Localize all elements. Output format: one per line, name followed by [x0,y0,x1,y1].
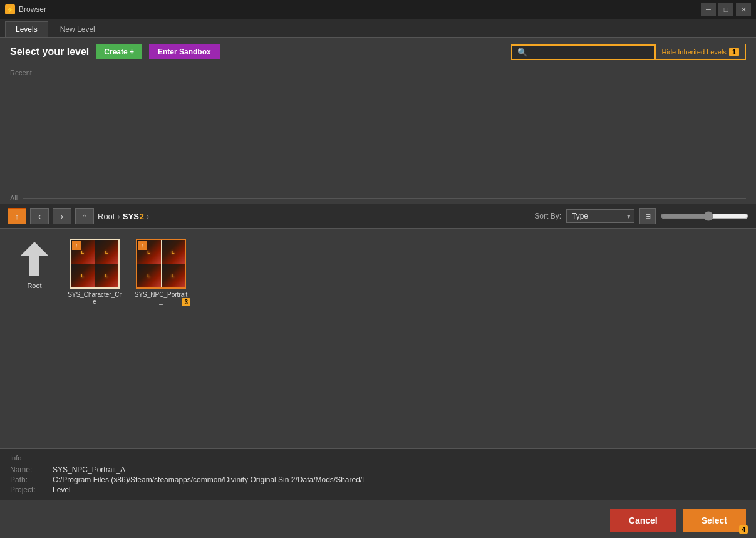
up-arrow-icon [16,239,53,279]
thumb-cell-7 [137,264,161,288]
header-right: 🔍 Hide Inherited Levels 1 [511,44,746,60]
upload-icon-2: ↑ [138,241,147,250]
navigate-back-button[interactable]: ‹ [30,208,49,224]
thumb-cell-4 [95,264,119,288]
info-name-value: SYS_NPC_Portrait_A [53,465,125,474]
sort-by-label: Sort By: [534,212,561,220]
info-path-value: C:/Program Files (x86)/Steam/steamapps/c… [53,475,364,484]
recent-area [0,79,756,192]
enter-sandbox-button[interactable]: Enter Sandbox [149,44,220,59]
maximize-button[interactable]: □ [718,3,733,16]
thumb-cell-3 [71,264,95,288]
navigate-up-item[interactable]: Root [13,239,56,289]
info-project-key: Project: [10,485,48,494]
file-toolbar: ↑ ‹ › ⌂ Root › SYS2 › Sort By: Type Name… [0,204,756,229]
navigate-forward-button[interactable]: › [53,208,71,224]
info-name-row: Name: SYS_NPC_Portrait_A [10,465,746,474]
tab-levels[interactable]: Levels [5,21,48,37]
up-item-label: Root [27,282,41,289]
svg-marker-0 [21,242,48,276]
chevron-right-icon: › [61,212,63,221]
breadcrumb-arrow: › [147,212,149,221]
zoom-slider-container [661,211,748,221]
search-input[interactable] [530,48,649,56]
header-left: Select your level Create + Enter Sandbox [10,44,220,59]
window-title: Browser [19,5,46,14]
info-path-key: Path: [10,475,48,484]
search-box: 🔍 [511,44,655,60]
info-path-row: Path: C:/Program Files (x86)/Steam/steam… [10,475,746,484]
create-button[interactable]: Create + [96,44,142,59]
header-section: Select your level Create + Enter Sandbox… [0,38,756,66]
cancel-button[interactable]: Cancel [610,509,676,532]
title-bar-controls: ─ □ ✕ [701,3,751,16]
hide-inherited-button[interactable]: Hide Inherited Levels 1 [655,44,746,60]
close-button[interactable]: ✕ [736,3,751,16]
file-thumbnail-sys-character-cre: ↑ [70,239,120,289]
breadcrumb-separator: › [117,212,120,221]
thumb-cell-6 [162,240,185,264]
tab-bar: Levels New Level [0,19,756,38]
home-button[interactable]: ⌂ [75,208,94,224]
navigate-up-button[interactable]: ↑ [8,208,26,224]
page-title: Select your level [10,46,89,58]
select-button[interactable]: Select 4 [683,509,746,532]
grid-icon: ⊞ [645,212,651,220]
chevron-left-icon: ‹ [38,212,41,221]
file-item-sys-character-cre[interactable]: ↑ SYS_Character_Cre [66,239,123,305]
title-bar-left: ⚡ Browser [5,4,46,14]
app-icon: ⚡ [5,4,15,14]
recent-section-label: Recent [0,66,756,79]
select-badge: 4 [739,525,748,534]
minimize-button[interactable]: ─ [701,3,716,16]
breadcrumb-current-badge: 2 [140,212,144,221]
file-item-sys-npc-portrait[interactable]: ↑ SYS_NPC_Portrait_ 3 [133,239,189,305]
all-section-label: All [0,192,756,204]
item-badge-3: 3 [182,298,190,306]
home-icon: ⌂ [82,212,87,221]
sort-select-wrapper: Type Name Date Modified [566,209,634,223]
file-thumbnail-sys-npc-portrait: ↑ [136,239,186,289]
breadcrumb: Root › SYS2 › [98,212,531,221]
search-icon: 🔍 [517,48,527,57]
info-panel: Info Name: SYS_NPC_Portrait_A Path: C:/P… [0,448,756,500]
file-label-sys-npc-portrait: SYS_NPC_Portrait_ [133,291,189,305]
sort-select[interactable]: Type Name Date Modified [566,209,634,223]
navigate-up-icon: ↑ [15,212,19,221]
thumb-cell-2 [95,240,119,264]
info-name-key: Name: [10,465,48,474]
tab-new-level[interactable]: New Level [49,21,106,37]
upload-icon: ↑ [72,241,81,250]
title-bar: ⚡ Browser ─ □ ✕ [0,0,756,19]
zoom-slider[interactable] [661,211,748,221]
file-label-sys-character-cre: SYS_Character_Cre [66,291,123,305]
info-header: Info [10,454,746,462]
bottom-bar: Cancel Select 4 [0,502,756,538]
hide-inherited-badge: 1 [729,48,739,56]
file-area: Root ↑ SYS_Character_Cre ↑ SYS_NPC_Portr… [0,229,756,354]
breadcrumb-root[interactable]: Root [98,212,115,221]
grid-toggle-button[interactable]: ⊞ [639,208,656,224]
breadcrumb-current: SYS2 [123,212,144,221]
thumb-cell-8 [162,264,185,288]
info-project-row: Project: Level [10,485,746,494]
info-project-value: Level [53,485,71,494]
sort-area: Sort By: Type Name Date Modified ⊞ [534,208,748,224]
